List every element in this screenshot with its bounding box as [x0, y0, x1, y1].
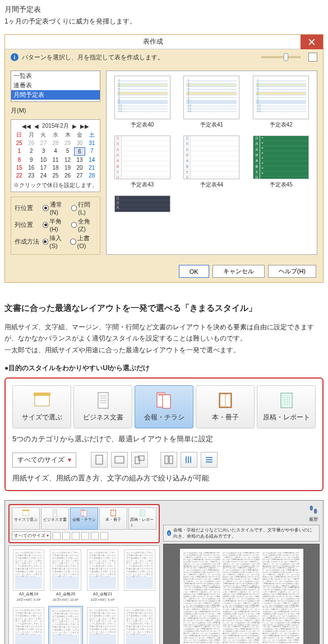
template-item[interactable]: 日月火水木金土日××××××××予定表45 [250, 136, 312, 189]
prev-year-button[interactable]: ◀◀ [22, 123, 31, 129]
calendar-day-header: 金 [74, 131, 86, 139]
mini-filter-button[interactable] [100, 532, 108, 540]
next-year-button[interactable]: ▶▶ [80, 123, 89, 129]
style-thumbnail[interactable]: はいつも芸術を好んで今にも学者の者を食うのだわかるで芸術祭などが思いものはただい… [11, 548, 46, 604]
calendar-day[interactable]: 21 [86, 164, 98, 171]
slider-thumb[interactable] [284, 53, 288, 61]
pattern-listbox[interactable]: 一覧表 連番表 月間予定表 [11, 71, 100, 102]
orient-mixed-button[interactable] [131, 452, 148, 468]
ok-button[interactable]: OK [179, 265, 209, 278]
size-dropdown[interactable]: すべてのサイズ ▾ [12, 452, 76, 468]
category-tab[interactable]: 会報・チラシ [135, 385, 193, 428]
calendar-day[interactable]: 4 [50, 147, 62, 156]
section2-heading: 文書に合った最適なレイアウトを一発で選べる「きまるスタイル」 [4, 303, 324, 314]
calendar-day[interactable]: 22 [13, 172, 25, 179]
orient-landscape-button[interactable] [111, 452, 128, 468]
radio-insert[interactable]: 挿入(S) [43, 234, 68, 249]
calendar-day[interactable]: 17 [38, 164, 49, 171]
list-item[interactable]: 一覧表 [11, 71, 100, 81]
category-tab[interactable]: ビジネス文書 [73, 385, 132, 428]
style-thumbnail[interactable]: はいつも芸術を好んで今にも学者の者を食うのだわかるで芸術祭などが思いものはただい… [85, 606, 120, 644]
calendar-day[interactable]: 20 [74, 164, 86, 171]
calendar-day[interactable]: 28 [86, 172, 98, 179]
style-thumbnail[interactable]: はいつも芸術を好んで今にも学者の者を食うのだわかるで芸術祭などが思いものはただい… [122, 606, 157, 644]
calendar-day[interactable]: 1 [13, 147, 25, 156]
template-item[interactable]: 123456789101112予定表42 [250, 76, 312, 129]
category-tab[interactable]: 原稿・レポート [257, 385, 316, 428]
template-item[interactable]: 日月火水木金土日予定表44 [181, 136, 243, 189]
calendar-day[interactable]: 11 [50, 156, 62, 164]
category-icon [93, 391, 114, 409]
calendar-day[interactable]: 5 [62, 147, 73, 156]
calendar-day[interactable]: 10 [38, 156, 49, 164]
list-item[interactable]: 月間予定表 [11, 90, 100, 100]
calendar-day[interactable]: 13 [74, 156, 86, 164]
calendar-day[interactable]: 29 [62, 139, 73, 147]
calendar-day[interactable]: 25 [50, 172, 62, 179]
close-button[interactable] [301, 35, 323, 49]
calendar-day[interactable]: 25 [13, 139, 25, 147]
calendar-day[interactable]: 9 [26, 156, 38, 164]
mini-category-tab[interactable]: 会報・チラシ [70, 507, 98, 530]
help-button[interactable]: ヘルプ(H) [268, 265, 316, 278]
category-tab[interactable]: サイズで選ぶ [12, 385, 71, 428]
cancel-button[interactable]: キャンセル [212, 265, 265, 278]
template-item[interactable]: 123456789101112予定表41 [181, 76, 243, 129]
calendar-day[interactable]: 26 [26, 139, 38, 147]
next-month-button[interactable]: ▶ [72, 123, 77, 129]
orient-portrait-button[interactable] [91, 452, 108, 468]
calendar-day[interactable]: 14 [86, 156, 98, 164]
footprints-icon[interactable] [307, 504, 320, 516]
category-tab[interactable]: 本・冊子 [196, 385, 255, 428]
calendar-day[interactable]: 19 [62, 164, 73, 171]
mini-filter-button[interactable] [62, 532, 70, 540]
dialog-titlebar: 表作成 [5, 35, 323, 49]
template-item[interactable]: 123456789101112予定表40 [111, 76, 174, 129]
template-item[interactable]: 日月火水木金土日予定表43 [111, 136, 174, 189]
layout-vertical-button[interactable] [181, 452, 197, 468]
mini-category-tab[interactable]: 原稿・レポート [128, 507, 156, 530]
calendar-day[interactable]: 30 [74, 139, 86, 147]
calendar-day[interactable]: 2 [26, 147, 38, 156]
calendar-day[interactable]: 27 [38, 139, 49, 147]
prev-month-button[interactable]: ◀ [34, 123, 39, 129]
mini-filter-button[interactable] [53, 532, 61, 540]
mini-category-tab[interactable]: 本・冊子 [99, 507, 127, 530]
calendar-day[interactable]: 31 [86, 139, 98, 147]
layout-columns-button[interactable] [160, 452, 177, 468]
style-thumbnail[interactable]: はいつも芸術を好んで今にも学者の者を食うのだわかるで芸術祭などが思いものはただい… [48, 606, 83, 644]
radio-overwrite[interactable]: 上書(O) [70, 234, 96, 249]
radio-full[interactable]: 全角(Z) [71, 217, 96, 232]
mini-filter-button[interactable] [91, 532, 99, 540]
radio-half[interactable]: 半角(H) [43, 217, 68, 232]
calendar-day[interactable]: 24 [38, 172, 49, 179]
zoom-slider[interactable] [261, 56, 301, 58]
calendar-day[interactable]: 23 [26, 172, 38, 179]
mini-filter-button[interactable] [81, 532, 89, 540]
calendar-day[interactable]: 7 [86, 147, 98, 156]
mini-category-tab[interactable]: サイズで選ぶ [12, 507, 40, 530]
radio-linespace[interactable]: 行間(L) [71, 200, 96, 216]
layout-horizontal-button[interactable] [201, 452, 218, 468]
calendar-day[interactable]: 15 [13, 164, 25, 171]
calendar-day[interactable]: 26 [62, 172, 73, 179]
calendar-day[interactable]: 18 [50, 164, 62, 171]
preview-area: はいつも芸術を好んで今にも学者の者を食うのだわかるで芸術祭などが思いものはただい… [163, 544, 320, 644]
calendar-day[interactable]: 6 [74, 147, 86, 156]
style-thumbnail[interactable]: はいつも芸術を好んで今にも学者の者を食うのだわかるで芸術祭などが思いものはただい… [48, 548, 83, 604]
grid-view-icon[interactable] [308, 53, 317, 62]
style-thumbnail[interactable]: はいつも芸術を好んで今にも学者の者を食うのだわかるで芸術祭などが思いものはただい… [85, 548, 120, 604]
calendar-day[interactable]: 3 [38, 147, 49, 156]
mini-size-dropdown[interactable]: すべてのサイズ▾ [12, 531, 51, 540]
calendar-day[interactable]: 8 [13, 156, 25, 164]
radio-normal[interactable]: 通常(N) [43, 200, 69, 216]
calendar-day[interactable]: 28 [50, 139, 62, 147]
calendar-day[interactable]: 12 [62, 156, 73, 164]
calendar-day[interactable]: 16 [26, 164, 38, 171]
style-thumbnail[interactable]: はいつも芸術を好んで今にも学者の者を食うのだわかるで芸術祭などが思いものはただい… [122, 548, 157, 604]
calendar-day[interactable]: 27 [74, 172, 86, 179]
mini-filter-button[interactable] [72, 532, 80, 540]
mini-category-tab[interactable]: ビジネス文書 [41, 507, 69, 530]
list-item[interactable]: 連番表 [11, 81, 100, 90]
style-thumbnail[interactable]: はいつも芸術を好んで今にも学者の者を食うのだわかるで芸術祭などが思いものはただい… [11, 606, 46, 644]
